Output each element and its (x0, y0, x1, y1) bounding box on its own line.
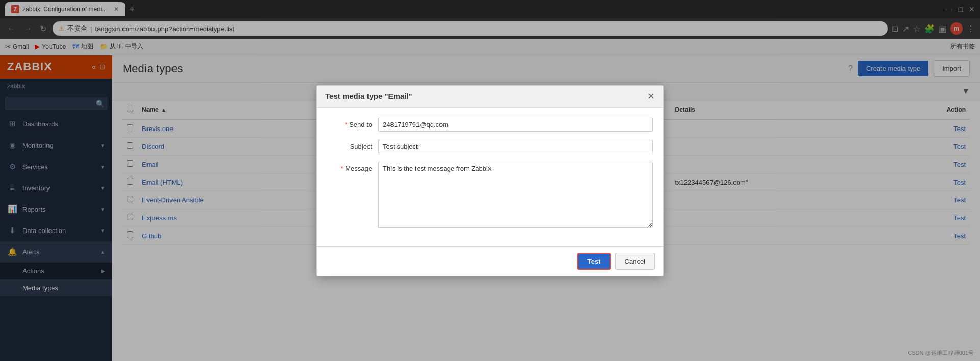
subject-label: Subject (327, 140, 378, 150)
modal-body: Send to Subject Message This is the test… (317, 108, 663, 246)
modal-footer: Test Cancel (317, 246, 663, 276)
test-button[interactable]: Test (577, 253, 611, 270)
subject-input[interactable] (378, 140, 653, 153)
send-to-row: Send to (327, 118, 653, 132)
message-label: Message (327, 162, 378, 172)
send-to-label: Send to (327, 118, 378, 128)
subject-row: Subject (327, 140, 653, 153)
message-row: Message This is the test message from Za… (327, 162, 653, 228)
modal-overlay: Test media type "Email" ✕ Send to Subjec… (0, 0, 980, 361)
message-textarea[interactable]: This is the test message from Zabbix (378, 162, 653, 228)
modal-close-button[interactable]: ✕ (647, 92, 655, 101)
send-to-input[interactable] (378, 118, 653, 132)
modal-header: Test media type "Email" ✕ (317, 86, 663, 108)
modal-title: Test media type "Email" (325, 92, 412, 100)
cancel-button[interactable]: Cancel (615, 253, 655, 270)
test-email-modal: Test media type "Email" ✕ Send to Subjec… (316, 85, 664, 276)
